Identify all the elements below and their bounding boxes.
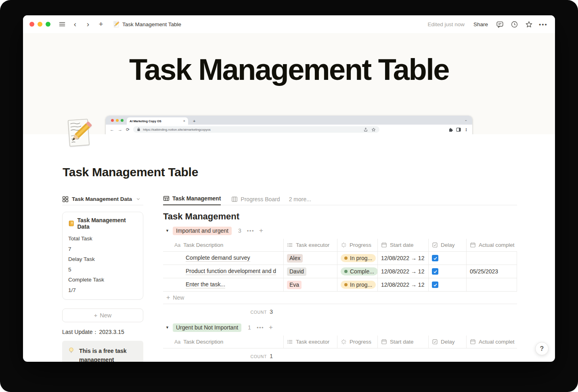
close-window-button[interactable] [29, 22, 34, 27]
card-title: Task Management Data [77, 217, 137, 230]
progress-pill: In prog... [341, 254, 376, 262]
stat-value: 1/7 [68, 285, 137, 296]
column-delay[interactable]: Delay [429, 239, 467, 251]
checkbox-property-icon [432, 242, 438, 248]
delay-checkbox-checked[interactable] [432, 281, 438, 288]
browser-urlbar: ← → ⟳ https://kaibinding.notion.site/aim… [106, 125, 472, 134]
browser-tab-title: AI Marketing Copy OS [130, 119, 181, 123]
column-progress[interactable]: Progress [337, 336, 378, 348]
lightbulb-icon [68, 347, 75, 354]
select-property-icon [287, 339, 293, 345]
column-task-description[interactable]: AaTask Description [163, 239, 284, 251]
view-tabs: Task Management Progress Board 2 more... [163, 193, 517, 205]
cell-task-title[interactable]: Complete demand survey [163, 252, 284, 265]
group-toggle-icon[interactable]: ▼ [163, 229, 173, 233]
plus-icon: + [94, 312, 97, 319]
chevron-down-icon [136, 197, 140, 201]
sidebar-new-button[interactable]: + New [62, 309, 143, 322]
cell-progress[interactable]: In prog... [337, 278, 378, 291]
cell-progress[interactable]: Comple... [337, 265, 378, 278]
tabs-more-button[interactable]: 2 more... [289, 193, 311, 205]
column-start-date[interactable]: Start date [378, 239, 429, 251]
column-delay[interactable]: Delay [429, 336, 467, 348]
delay-checkbox-checked[interactable] [432, 268, 438, 275]
minimize-window-button[interactable] [38, 22, 42, 27]
group-important-and-urgent: ▼ Important and urgent 3 ••• + AaTask De… [163, 226, 517, 319]
group-options-icon[interactable]: ••• [257, 325, 264, 331]
group-badge[interactable]: Important and urgent [173, 227, 232, 235]
more-options-icon[interactable]: ••• [537, 19, 549, 30]
browser-tab-close-icon: × [183, 119, 185, 123]
new-tab-icon[interactable]: + [95, 19, 107, 30]
board-view-icon [231, 196, 238, 202]
cell-start-date[interactable]: 12/08/2022 → 12 [378, 252, 429, 265]
check-icon [433, 283, 438, 287]
cell-actual-date[interactable]: 05/25/2023 [467, 265, 517, 278]
select-property-icon [287, 242, 293, 248]
column-actual-completion[interactable]: Actual complet [467, 336, 517, 348]
column-start-date[interactable]: Start date [378, 336, 429, 348]
forward-icon[interactable]: › [82, 19, 94, 30]
tab-task-management[interactable]: Task Management [163, 193, 221, 205]
back-icon[interactable]: ‹ [69, 19, 81, 30]
cell-progress[interactable]: In prog... [337, 252, 378, 265]
cell-task-title[interactable]: Product function development and d [163, 265, 284, 278]
column-task-executor[interactable]: Task executor [284, 239, 337, 251]
status-dot [344, 256, 348, 260]
favorite-star-icon[interactable] [523, 19, 535, 30]
cell-task-title[interactable]: Enter the task... [163, 278, 284, 291]
delay-checkbox-checked[interactable] [432, 255, 438, 261]
help-button[interactable]: ? [535, 342, 549, 355]
group-toggle-icon[interactable]: ▼ [163, 325, 173, 329]
cell-delay[interactable] [429, 265, 467, 278]
table-view-icon [163, 195, 170, 202]
browser-tab: AI Marketing Copy OS × [127, 117, 188, 125]
cell-start-date[interactable]: 12/08/2022 → 12 [378, 265, 429, 278]
executor-tag: David [287, 267, 306, 276]
column-progress[interactable]: Progress [337, 239, 378, 251]
tab-progress-board[interactable]: Progress Board [231, 193, 280, 205]
table-header-row: AaTask Description Task executor Progres… [163, 336, 517, 348]
cell-delay[interactable] [429, 252, 467, 265]
group-add-icon[interactable]: + [259, 227, 263, 235]
group-options-icon[interactable]: ••• [247, 228, 254, 234]
browser-back-icon: ← [110, 127, 114, 132]
cell-start-date[interactable]: 12/08/2022 → 12 [378, 278, 429, 291]
titlebar: ‹ › + Task Management Table Edited just … [23, 15, 555, 33]
new-row-button[interactable]: + New [163, 292, 517, 304]
data-card[interactable]: Task Management Data Total Task 7 Delay … [62, 212, 143, 300]
sidebar-toggle-icon[interactable] [56, 19, 68, 30]
comments-icon[interactable] [494, 19, 506, 30]
browser-chevron-icon: ⌄ [464, 118, 467, 122]
cell-executor[interactable]: Eva [284, 278, 337, 291]
column-task-description[interactable]: AaTask Description [163, 336, 284, 348]
linked-view-header[interactable]: Task Management Data [62, 193, 143, 205]
count-aggregate[interactable]: COUNT3 [163, 304, 284, 319]
table-header-row: AaTask Description Task executor Progres… [163, 239, 517, 252]
page-icon-memo[interactable] [65, 118, 92, 149]
cell-executor[interactable]: Alex [284, 252, 337, 265]
cell-actual-date[interactable] [467, 278, 517, 291]
stat-label: Complete Task [68, 275, 137, 285]
group-badge[interactable]: Urgent but Not Important [173, 323, 241, 332]
column-task-executor[interactable]: Task executor [284, 336, 337, 348]
group-header: ▼ Urgent but Not Important 1 ••• + [163, 323, 517, 332]
zoom-window-button[interactable] [46, 22, 50, 27]
browser-tabbar: AI Marketing Copy OS × + ⌄ [106, 116, 472, 125]
share-button[interactable]: Share [470, 20, 491, 29]
cell-executor[interactable]: David [284, 265, 337, 278]
group-add-icon[interactable]: + [269, 323, 273, 332]
updates-clock-icon[interactable] [508, 19, 520, 30]
edited-status: Edited just now [427, 21, 465, 27]
executor-tag: Eva [287, 281, 302, 289]
date-property-icon [381, 242, 387, 248]
cell-actual-date[interactable] [467, 252, 517, 265]
column-actual-completion[interactable]: Actual complet [467, 239, 517, 251]
count-aggregate[interactable]: COUNT1 [163, 348, 284, 362]
last-update-label: Last Update： [62, 329, 98, 335]
notion-window: ‹ › + Task Management Table Edited just … [23, 15, 555, 362]
breadcrumb[interactable]: Task Management Table [113, 21, 181, 28]
page-title: Task Management Table [63, 165, 198, 179]
text-property-icon: Aa [174, 339, 180, 345]
cell-delay[interactable] [429, 278, 467, 291]
